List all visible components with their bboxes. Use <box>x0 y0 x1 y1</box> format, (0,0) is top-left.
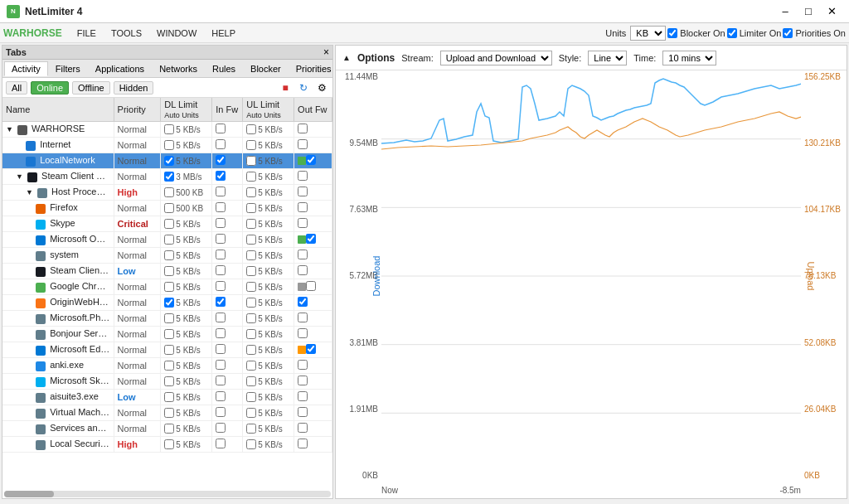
menu-window[interactable]: WINDOW <box>150 27 203 40</box>
cell-in-fw[interactable] <box>212 421 243 437</box>
table-row[interactable]: ▶ Microsoft Edge Normal 5 KB/s 5 KB/s <box>2 342 332 358</box>
scrollbar-thumb[interactable] <box>4 491 54 497</box>
cell-out-fw[interactable] <box>294 232 332 248</box>
cell-out-fw[interactable] <box>294 248 332 264</box>
cell-out-fw[interactable] <box>294 201 332 216</box>
table-row[interactable]: ▶ Bonjour Service Normal 5 KB/s 5 KB/s <box>2 327 332 342</box>
horizontal-scrollbar[interactable] <box>4 491 331 497</box>
tab-rules[interactable]: Rules <box>205 61 243 76</box>
cell-out-fw[interactable] <box>294 216 332 232</box>
cell-out-fw[interactable] <box>294 264 332 279</box>
cell-in-fw[interactable] <box>212 153 243 169</box>
cell-in-fw[interactable] <box>212 358 243 374</box>
tab-priorities[interactable]: Priorities <box>289 61 339 76</box>
filter-hidden[interactable]: Hidden <box>114 81 154 94</box>
table-row[interactable]: ▼ WARHORSE Normal 5 KB/s 5 KB/s <box>2 122 332 138</box>
time-select[interactable]: 10 mins <box>662 51 716 65</box>
cell-in-fw[interactable] <box>212 390 243 405</box>
cell-out-fw[interactable] <box>294 374 332 390</box>
cell-out-fw[interactable] <box>294 327 332 342</box>
tab-filters[interactable]: Filters <box>48 61 88 76</box>
cell-in-fw[interactable] <box>212 138 243 153</box>
cell-in-fw[interactable] <box>212 295 243 311</box>
table-row[interactable]: ▼ Host Process for Winc High 500 KB 5 KB… <box>2 185 332 201</box>
tab-blocker[interactable]: Blocker <box>243 61 289 76</box>
cell-in-fw[interactable] <box>212 405 243 421</box>
expand-btn[interactable]: ▼ <box>6 125 13 133</box>
cell-in-fw[interactable] <box>212 216 243 232</box>
cell-out-fw[interactable] <box>294 390 332 405</box>
minimize-button[interactable]: – <box>774 2 796 21</box>
cell-out-fw[interactable] <box>294 295 332 311</box>
table-row[interactable]: ▼ Steam Client Bootstra Normal 3 MB/s 5 … <box>2 169 332 185</box>
cell-out-fw[interactable] <box>294 153 332 169</box>
table-row[interactable]: ▶ Virtual Machine Mana Normal 5 KB/s 5 K… <box>2 405 332 421</box>
table-row[interactable]: ▶ Services and Controlle Normal 5 KB/s 5… <box>2 421 332 437</box>
table-row[interactable]: ▶ Local Security Autho High 5 KB/s 5 KB/… <box>2 437 332 453</box>
cell-in-fw[interactable] <box>212 232 243 248</box>
refresh-icon-btn[interactable]: ↻ <box>296 80 311 95</box>
table-row[interactable]: ▶ aisuite3.exe Low 5 KB/s 5 KB/s <box>2 390 332 405</box>
filter-all[interactable]: All <box>6 81 27 94</box>
tabs-panel-close[interactable]: × <box>323 46 329 58</box>
table-row[interactable]: ▶ Microsoft.Photos.exe Normal 5 KB/s 5 K… <box>2 311 332 327</box>
cell-in-fw[interactable] <box>212 437 243 453</box>
cell-out-fw[interactable] <box>294 421 332 437</box>
cell-ul-limit: 5 KB/s <box>243 374 294 390</box>
cell-out-fw[interactable] <box>294 185 332 201</box>
cell-out-fw[interactable] <box>294 405 332 421</box>
cell-in-fw[interactable] <box>212 342 243 358</box>
table-row[interactable]: ▶ Microsoft Skype Normal 5 KB/s 5 KB/s <box>2 374 332 390</box>
style-select[interactable]: Line <box>588 51 627 65</box>
menu-file[interactable]: FILE <box>70 27 103 40</box>
menu-tools[interactable]: TOOLS <box>104 27 148 40</box>
cell-in-fw[interactable] <box>212 264 243 279</box>
priorities-on-checkbox[interactable]: Priorities On <box>783 28 846 38</box>
table-row[interactable]: ▶ Firefox Normal 500 KB 5 KB/s <box>2 201 332 216</box>
table-row[interactable]: ▶ Google Chrome Normal 5 KB/s 5 KB/s <box>2 279 332 295</box>
table-row[interactable]: ▶ system Normal 5 KB/s 5 KB/s <box>2 248 332 264</box>
cell-in-fw[interactable] <box>212 122 243 138</box>
cell-out-fw[interactable] <box>294 122 332 138</box>
cell-in-fw[interactable] <box>212 374 243 390</box>
settings-icon-btn[interactable]: ⚙ <box>314 80 329 95</box>
table-row[interactable]: ▶ Microsoft OneDrive Normal 5 KB/s 5 KB/… <box>2 232 332 248</box>
table-row[interactable]: ▶ anki.exe Normal 5 KB/s 5 KB/s <box>2 358 332 374</box>
cell-out-fw[interactable] <box>294 311 332 327</box>
cell-in-fw[interactable] <box>212 248 243 264</box>
expand-btn[interactable]: ▼ <box>26 188 33 196</box>
cell-in-fw[interactable] <box>212 201 243 216</box>
table-row[interactable]: ▶ Internet Normal 5 KB/s 5 KB/s <box>2 138 332 153</box>
cell-out-fw[interactable] <box>294 279 332 295</box>
menu-help[interactable]: HELP <box>205 27 242 40</box>
filter-online[interactable]: Online <box>31 81 69 94</box>
cell-out-fw[interactable] <box>294 138 332 153</box>
table-row[interactable]: ▶ Skype Critical 5 KB/s 5 KB/s <box>2 216 332 232</box>
cell-out-fw[interactable] <box>294 342 332 358</box>
maximize-button[interactable]: □ <box>798 2 819 21</box>
tab-activity[interactable]: Activity <box>4 61 48 76</box>
cell-in-fw[interactable] <box>212 279 243 295</box>
table-row[interactable]: ▶ OriginWebHelperServ Normal 5 KB/s 5 KB… <box>2 295 332 311</box>
filter-offline[interactable]: Offline <box>72 81 110 94</box>
cell-in-fw[interactable] <box>212 327 243 342</box>
units-select[interactable]: KBMB <box>630 26 666 41</box>
cell-in-fw[interactable] <box>212 185 243 201</box>
blocker-on-checkbox[interactable]: Blocker On <box>667 28 725 38</box>
options-chevron[interactable]: ▲ <box>342 53 351 62</box>
tab-applications[interactable]: Applications <box>88 61 152 76</box>
cell-in-fw[interactable] <box>212 169 243 185</box>
tab-networks[interactable]: Networks <box>152 61 205 76</box>
limiter-on-checkbox[interactable]: Limiter On <box>727 28 782 38</box>
stream-select[interactable]: Upload and Download <box>440 51 552 65</box>
cell-out-fw[interactable] <box>294 437 332 453</box>
cell-in-fw[interactable] <box>212 311 243 327</box>
table-row[interactable]: ▶ Steam Client WebHel Low 5 KB/s 5 KB/s <box>2 264 332 279</box>
expand-btn[interactable]: ▼ <box>16 172 23 181</box>
cell-out-fw[interactable] <box>294 358 332 374</box>
close-button[interactable]: ✕ <box>821 2 842 21</box>
stop-icon-btn[interactable]: ■ <box>278 80 293 95</box>
process-table-container[interactable]: Name Priority DL LimitAuto Units In Fw U… <box>2 98 332 490</box>
cell-out-fw[interactable] <box>294 169 332 185</box>
table-row[interactable]: ▶ LocalNetwork Normal 5 KB/s 5 KB/s <box>2 153 332 169</box>
